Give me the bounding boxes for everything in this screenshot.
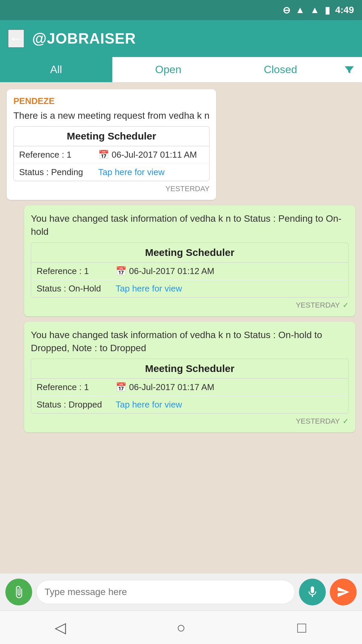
nav-recents-button[interactable]: □	[282, 619, 322, 636]
input-bar	[0, 574, 362, 610]
message-text-1: There is a new meeting request from vedh…	[13, 109, 209, 122]
message-sender-1: PENDEZE	[13, 96, 209, 106]
back-button[interactable]: ←	[8, 30, 24, 48]
scheduler-title-3: Meeting Scheduler	[31, 359, 348, 379]
attach-icon	[12, 585, 25, 599]
calendar-icon-3: 📅	[116, 382, 126, 392]
date-value-2: 📅 06-Jul-2017 01:12 AM	[116, 266, 214, 276]
message-time-2: YESTERDAY ✓	[31, 301, 349, 310]
scheduler-row-status-1: Status : Pending Tap here for view	[14, 164, 209, 181]
scheduler-title-1: Meeting Scheduler	[14, 126, 209, 146]
read-check-3: ✓	[343, 417, 349, 426]
status-bar: ⊖ ▲ ▲ ▮ 4:49	[0, 0, 362, 20]
message-bubble-3: You have changed task information of ved…	[24, 322, 355, 432]
mic-icon	[306, 585, 319, 599]
wifi-icon: ▲	[296, 5, 305, 15]
signal-icon: ⊖	[283, 5, 290, 16]
date-value-1: 📅 06-Jul-2017 01:11 AM	[98, 150, 197, 160]
calendar-icon-2: 📅	[116, 266, 126, 276]
filter-icon	[343, 64, 355, 76]
battery-icon: ▮	[325, 5, 330, 16]
scheduler-row-status-2: Status : On-Hold Tap here for view	[31, 280, 348, 297]
time-display: 4:49	[335, 5, 354, 15]
chat-area: PENDEZE There is a new meeting request f…	[0, 83, 362, 574]
tab-bar: All Open Closed	[0, 57, 362, 83]
reference-label-1: Reference : 1	[19, 150, 93, 160]
scheduler-row-status-3: Status : Dropped Tap here for view	[31, 396, 348, 413]
nav-back-button[interactable]: ◁	[40, 619, 80, 636]
mic-button[interactable]	[299, 579, 326, 605]
status-label-3: Status : Dropped	[37, 399, 110, 410]
app-title: @JOBRAISER	[32, 30, 136, 47]
scheduler-card-3: Meeting Scheduler Reference : 1 📅 06-Jul…	[31, 359, 349, 414]
calendar-icon-1: 📅	[98, 150, 109, 160]
send-button[interactable]	[330, 579, 357, 605]
scheduler-card-2: Meeting Scheduler Reference : 1 📅 06-Jul…	[31, 243, 349, 298]
scheduler-row-ref-2: Reference : 1 📅 06-Jul-2017 01:12 AM	[31, 263, 348, 280]
read-check-2: ✓	[343, 301, 349, 310]
status-label-2: Status : On-Hold	[37, 283, 110, 294]
navigation-bar: ◁ ○ □	[0, 610, 362, 644]
reference-label-3: Reference : 1	[37, 382, 110, 392]
tab-all[interactable]: All	[0, 57, 112, 82]
tab-closed[interactable]: Closed	[224, 57, 337, 82]
message-text-3: You have changed task information of ved…	[31, 328, 349, 355]
message-text-2: You have changed task information of ved…	[31, 212, 349, 238]
tap-link-3[interactable]: Tap here for view	[116, 399, 182, 410]
status-label-1: Status : Pending	[19, 167, 93, 177]
nav-home-button[interactable]: ○	[161, 619, 201, 636]
tap-link-2[interactable]: Tap here for view	[116, 283, 182, 294]
network-icon: ▲	[310, 5, 319, 15]
attach-button[interactable]	[5, 579, 32, 605]
scheduler-row-ref-3: Reference : 1 📅 06-Jul-2017 01:17 AM	[31, 379, 348, 396]
message-time-1: YESTERDAY	[13, 184, 209, 193]
message-time-3: YESTERDAY ✓	[31, 417, 349, 426]
message-bubble-2: You have changed task information of ved…	[24, 205, 355, 316]
filter-button[interactable]	[337, 57, 362, 82]
reference-label-2: Reference : 1	[37, 266, 110, 276]
app-bar: ← @JOBRAISER	[0, 20, 362, 57]
scheduler-card-1: Meeting Scheduler Reference : 1 📅 06-Jul…	[13, 126, 209, 181]
scheduler-title-2: Meeting Scheduler	[31, 243, 348, 263]
date-value-3: 📅 06-Jul-2017 01:17 AM	[116, 382, 214, 392]
tab-open[interactable]: Open	[112, 57, 225, 82]
status-icons: ⊖ ▲ ▲ ▮ 4:49	[283, 5, 354, 16]
scheduler-row-ref-1: Reference : 1 📅 06-Jul-2017 01:11 AM	[14, 146, 209, 164]
send-icon	[337, 585, 350, 599]
tap-link-1[interactable]: Tap here for view	[98, 167, 165, 177]
message-bubble-1: PENDEZE There is a new meeting request f…	[7, 89, 216, 200]
message-input[interactable]	[36, 580, 295, 604]
